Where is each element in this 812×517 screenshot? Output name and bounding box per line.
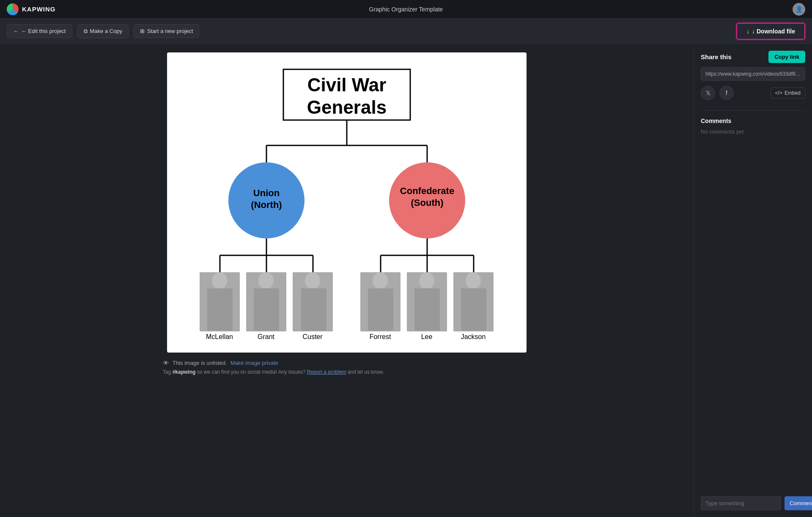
facebook-share-button[interactable]: f (719, 86, 734, 100)
new-project-icon: ⊞ (140, 28, 145, 34)
download-label: ↓ Download file (752, 28, 795, 35)
svg-rect-29 (254, 288, 279, 331)
svg-text:McLellan: McLellan (206, 333, 233, 340)
comments-title: Comments (701, 118, 805, 124)
comment-input-row: Comment (701, 496, 805, 510)
logo-icon (7, 3, 19, 15)
make-copy-button[interactable]: ⧉ Make a Copy (77, 24, 129, 38)
share-url-box[interactable]: https://www.kapwing.com/videos/633df8086… (701, 67, 805, 81)
bottom-info: 👁 This image is unlisted. Make image pri… (163, 359, 531, 367)
share-title: Share this (701, 53, 732, 60)
content-area: Civil War Generals Union (North) Confede… (0, 44, 694, 517)
edit-icon: ← (13, 28, 19, 34)
top-navigation: KAPWING Graphic Organizer Template 👤 (0, 0, 812, 19)
copy-link-button[interactable]: Copy link (768, 51, 805, 63)
avatar[interactable]: 👤 (793, 3, 805, 16)
embed-code-icon: </> (775, 90, 782, 96)
new-project-label: Start a new project (147, 28, 193, 34)
svg-rect-45 (461, 288, 486, 331)
svg-text:Custer: Custer (302, 333, 323, 340)
copy-label: Make a Copy (90, 28, 123, 34)
make-private-link[interactable]: Make image private (230, 360, 278, 366)
svg-text:(North): (North) (251, 200, 282, 210)
svg-rect-25 (207, 288, 233, 331)
sidebar: Share this Copy link https://www.kapwing… (694, 44, 812, 517)
embed-label: Embed (785, 90, 801, 96)
eye-icon: 👁 (163, 359, 169, 367)
download-button[interactable]: ↓ ↓ Download file (736, 23, 805, 40)
comment-input[interactable] (701, 496, 781, 510)
social-row: 𝕏 f </> Embed (701, 86, 805, 100)
svg-text:Lee: Lee (421, 333, 433, 340)
action-bar: ← ← Edit this project ⧉ Make a Copy ⊞ St… (0, 19, 812, 44)
tag-suffix: and let us know. (348, 369, 384, 375)
comment-submit-button[interactable]: Comment (785, 496, 812, 510)
svg-text:Generals: Generals (307, 97, 387, 118)
svg-point-28 (258, 272, 274, 289)
graphic-canvas: Civil War Generals Union (North) Confede… (167, 52, 527, 353)
svg-text:Union: Union (253, 188, 280, 198)
svg-rect-41 (414, 288, 440, 331)
download-icon: ↓ (746, 28, 749, 35)
svg-text:Jackson: Jackson (461, 333, 486, 340)
logo-text: KAPWING (22, 5, 56, 13)
bottom-tag: Tag #kapwing so we can find you on socia… (163, 369, 531, 375)
logo-area[interactable]: KAPWING (7, 3, 56, 15)
embed-button[interactable]: </> Embed (771, 88, 805, 98)
edit-label: ← Edit this project (21, 28, 66, 34)
facebook-icon: f (726, 90, 727, 96)
tag-line: Tag #kapwing so we can find you on socia… (163, 369, 307, 375)
edit-project-button[interactable]: ← ← Edit this project (7, 24, 72, 38)
svg-point-24 (212, 272, 227, 289)
new-project-button[interactable]: ⊞ Start a new project (134, 24, 199, 38)
svg-text:(South): (South) (411, 197, 444, 208)
svg-point-40 (419, 272, 434, 289)
svg-point-44 (466, 272, 481, 289)
svg-text:Confederate: Confederate (400, 186, 454, 196)
svg-text:Forrest: Forrest (370, 333, 391, 340)
svg-point-32 (305, 272, 320, 289)
twitter-icon: 𝕏 (706, 90, 710, 96)
report-problem-link[interactable]: Report a problem (307, 369, 346, 375)
no-comments-text: No comments yet. (701, 129, 805, 135)
svg-rect-33 (301, 288, 326, 331)
unlisted-text: This image is unlisted. (173, 360, 227, 366)
svg-text:Civil War: Civil War (307, 74, 387, 95)
copy-icon: ⧉ (84, 28, 88, 35)
main-layout: Civil War Generals Union (North) Confede… (0, 44, 812, 517)
twitter-share-button[interactable]: 𝕏 (701, 86, 715, 100)
svg-text:Grant: Grant (258, 333, 275, 340)
svg-rect-37 (368, 288, 393, 331)
page-title: Graphic Organizer Template (369, 6, 443, 13)
divider (701, 110, 805, 111)
share-header: Share this Copy link (701, 51, 805, 63)
organizer-svg: Civil War Generals Union (North) Confede… (182, 65, 512, 340)
svg-point-36 (373, 272, 388, 289)
